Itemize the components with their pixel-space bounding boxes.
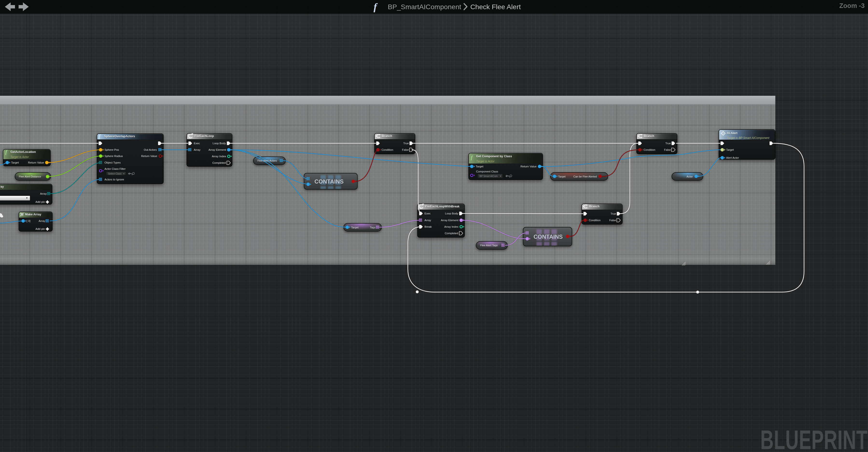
svg-text:Check Flee Alert: Check Flee Alert: [470, 3, 521, 11]
svg-text:f: f: [374, 1, 378, 12]
svg-text:Zoom -3: Zoom -3: [839, 2, 865, 9]
svg-text:BP_SmartAIComponent: BP_SmartAIComponent: [388, 3, 461, 11]
